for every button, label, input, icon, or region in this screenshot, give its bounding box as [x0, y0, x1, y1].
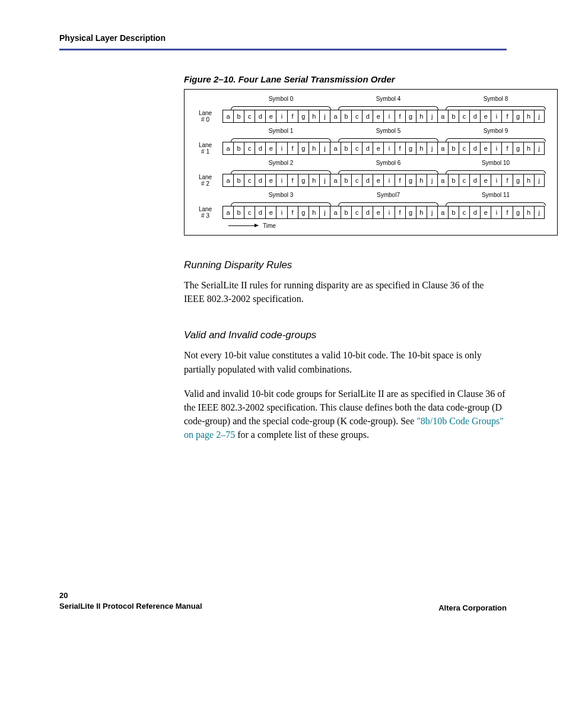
bit-cell: j [319, 174, 330, 187]
time-label: Time [263, 222, 276, 229]
bit-cell: j [534, 206, 545, 219]
bit-cell: f [501, 206, 512, 219]
bit-cell: g [405, 206, 416, 219]
bit-cell: h [523, 174, 534, 187]
page-header: Physical Layer Description [59, 33, 507, 49]
bit-cell: a [437, 110, 448, 123]
bit-cell: g [298, 110, 309, 123]
bit-cell: d [362, 142, 373, 155]
bit-cell: h [309, 206, 319, 219]
bit-cell: i [383, 142, 394, 155]
bit-cell: c [351, 110, 362, 123]
bit-cell: j [319, 142, 330, 155]
symbol-label: Symbol7 [335, 192, 442, 198]
text-run: for a complete list of these groups. [235, 430, 369, 440]
bit-cell: b [233, 142, 244, 155]
bit-cell: a [437, 142, 448, 155]
bit-cell: g [298, 174, 309, 187]
lane-block-2: Symbol 2 Symbol 6 Symbol 10 Lane # 2 abc… [192, 160, 550, 187]
bit-cell: j [427, 174, 437, 187]
bit-cell: j [534, 174, 545, 187]
lane-label-2: Lane # 2 [192, 174, 222, 187]
bit-cell: g [513, 206, 523, 219]
bit-cell: h [523, 110, 534, 123]
bit-cell: a [330, 174, 341, 187]
bit-cell: e [480, 110, 491, 123]
bit-cell: g [298, 142, 309, 155]
lane-label-1: Lane # 1 [192, 142, 222, 155]
bit-cell: a [222, 174, 233, 187]
bit-cell: j [319, 110, 330, 123]
symbol-label: Symbol 10 [442, 160, 549, 166]
bit-cell: b [341, 110, 351, 123]
paragraph: Not every 10-bit value constitutes a val… [184, 348, 507, 376]
bit-cell: b [341, 142, 351, 155]
bit-cell: j [427, 206, 437, 219]
heading-code-groups: Valid and Invalid code-groups [184, 329, 507, 341]
bit-cell: e [480, 206, 491, 219]
bit-cell: i [491, 142, 501, 155]
symbol-label: Symbol 11 [442, 192, 549, 198]
symbol-label: Symbol 5 [335, 128, 442, 134]
bit-cell: b [233, 206, 244, 219]
page-footer: 20 SerialLite II Protocol Reference Manu… [59, 590, 507, 613]
bit-cell: f [287, 174, 298, 187]
bit-cell: d [469, 110, 480, 123]
bit-cell: c [244, 206, 255, 219]
bit-cell: j [534, 110, 545, 123]
bit-cell: h [523, 206, 534, 219]
header-rule [59, 49, 507, 50]
bit-cell: c [244, 174, 255, 187]
symbol-label: Symbol 3 [227, 192, 335, 198]
bit-cell: d [362, 206, 373, 219]
time-axis: Time [227, 221, 550, 231]
bit-cell: h [309, 110, 319, 123]
bit-cell: f [395, 206, 405, 219]
company-name: Altera Corporation [438, 603, 507, 612]
symbol-label: Symbol 1 [227, 128, 335, 134]
bit-cell: e [265, 206, 276, 219]
paragraph: Valid and invalid 10-bit code groups for… [184, 387, 507, 442]
bit-cell: f [287, 206, 298, 219]
bit-cell: h [523, 142, 534, 155]
symbol-labels-3: Symbol 3 Symbol7 Symbol 11 [227, 192, 550, 198]
bit-cell: a [222, 110, 233, 123]
bit-cell: a [222, 206, 233, 219]
bit-cell: e [373, 110, 383, 123]
bit-cell: i [276, 206, 287, 219]
bit-cell: a [437, 174, 448, 187]
bit-cells: abcdeifghjabcdeifghjabcdeifghj [222, 142, 545, 155]
bit-cell: i [276, 174, 287, 187]
symbol-label: Symbol 6 [335, 160, 442, 166]
bit-cell: d [255, 174, 265, 187]
symbol-labels-0: Symbol 0 Symbol 4 Symbol 8 [227, 96, 550, 102]
bit-cell: e [373, 206, 383, 219]
bit-cell: d [469, 174, 480, 187]
bit-cell: b [233, 174, 244, 187]
bit-cell: c [351, 206, 362, 219]
bit-cell: j [319, 206, 330, 219]
bit-cell: d [255, 142, 265, 155]
bit-cell: d [255, 110, 265, 123]
page-number: 20 [59, 590, 202, 602]
bit-cell: i [383, 174, 394, 187]
bit-cell: c [351, 174, 362, 187]
bit-cell: c [459, 142, 469, 155]
bit-cell: f [501, 110, 512, 123]
bit-cell: f [287, 142, 298, 155]
bit-cell: g [405, 110, 416, 123]
bit-cell: f [395, 142, 405, 155]
bit-cell: i [383, 110, 394, 123]
bit-cell: c [459, 174, 469, 187]
bit-cell: f [501, 142, 512, 155]
symbol-label: Symbol 9 [442, 128, 549, 134]
bit-cell: e [373, 142, 383, 155]
bit-cells: abcdeifghjabcdeifghjabcdeifghj [222, 110, 545, 123]
bit-cell: c [244, 142, 255, 155]
bit-cell: g [513, 142, 523, 155]
bit-cell: i [491, 206, 501, 219]
symbol-label: Symbol 0 [227, 96, 335, 102]
bit-cell: e [265, 110, 276, 123]
bit-cell: f [501, 174, 512, 187]
bit-cell: h [416, 142, 427, 155]
